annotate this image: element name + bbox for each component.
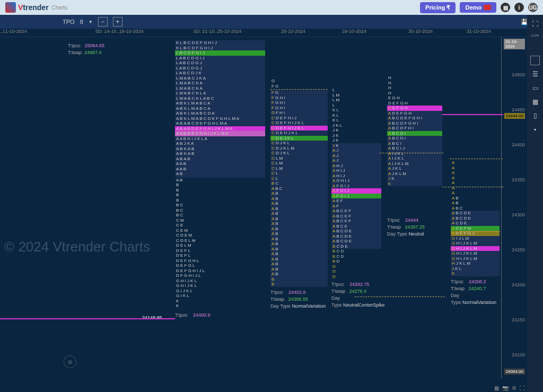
stat-val: NormalVariation [462, 300, 496, 305]
tpo-row: A I J K L [387, 156, 442, 161]
tpo-row: L M A B C J K A [175, 76, 265, 81]
tpo-row: L A B C D G J [175, 60, 265, 66]
bottom-toolbar: ▦ 📷 ⚙ ⛶ [494, 385, 525, 391]
fullscreen-icon[interactable]: ⛶ [530, 19, 540, 29]
stat-key: Day Type [270, 303, 291, 309]
tpo-row: A B [270, 191, 328, 196]
ylabel-bottom: 24064.00 [504, 369, 525, 374]
tpo-row: B [175, 188, 265, 193]
tpo-row: A B [451, 196, 500, 201]
hline-col5p [442, 114, 503, 115]
tpo-label: TPO [63, 19, 75, 25]
tpo-row: L M [331, 93, 381, 98]
grid-icon[interactable]: ▦ [530, 97, 540, 107]
stat-key: T:tpoc [68, 43, 81, 48]
pricing-button[interactable]: Pricing ₹ [420, 2, 456, 13]
tpo-row: A B K L M A B C A [175, 101, 265, 106]
tpo-row: A B C D F H I [387, 126, 442, 131]
tpo-row: C D E M [175, 233, 265, 238]
hline-col5y [442, 187, 503, 187]
stat-key: T:tpoc [451, 279, 463, 284]
demo-button[interactable]: Demo [460, 2, 496, 13]
tpo-row: C D J K L M [270, 146, 328, 151]
stat-key: Day Type [451, 293, 461, 305]
tpo-row: A B K A B [175, 151, 265, 156]
grid-icon[interactable]: ▦ [494, 385, 499, 391]
tpo-row: A B K L M A B C D E F G H L M A [175, 116, 265, 121]
tpo-row: G H I J K L M [451, 256, 500, 262]
tpo-row: B C D [331, 249, 381, 254]
stat-key: T:tpoc [270, 290, 283, 295]
tpo-row: B [175, 193, 265, 198]
tpo-row: C L [270, 171, 328, 176]
tpo-row: K [387, 181, 442, 187]
tpo-row: A B C D E [451, 211, 500, 216]
toolbar: TPO 8 ▼ − + 💾 🔖 [0, 15, 543, 29]
ytick: 24500 [512, 72, 525, 77]
tpo-value[interactable]: 8 [80, 19, 83, 25]
date-5: 30-10-2024 [408, 29, 433, 34]
date-1: 5D: 14-10..18-10-2024 [95, 29, 144, 34]
y-axis: 31-10-2024 24500 24450 24444.00 24400 24… [504, 37, 527, 379]
tpo-row: A A B [175, 161, 265, 167]
waterfall-icon[interactable]: ▭ [530, 83, 540, 93]
logo: Vtrender Charts [5, 2, 67, 13]
tpo-row: D [331, 264, 381, 269]
tpo-row: K L [331, 118, 381, 123]
grid2-icon[interactable]: ▪ [530, 125, 540, 134]
info-icon[interactable]: i [514, 3, 524, 12]
right-sidebar: ⛶ Live ☰ ▭ ▦ ▯ ▪ [527, 15, 543, 392]
tpo-row: A F [331, 204, 381, 209]
tpo-row: A B C E [331, 224, 381, 229]
menu-icon[interactable]: ▤ [501, 3, 510, 12]
tpo-row: K L B C D E F G H I J [175, 40, 265, 46]
screenshot-button[interactable]: ⊙ [64, 355, 76, 368]
stat-key: T:tpoc [387, 217, 400, 223]
tpo-row: A J [331, 148, 381, 153]
expand-icon[interactable]: ⛶ [520, 385, 525, 391]
user-avatar[interactable]: UG [528, 3, 538, 12]
tpo-row: A [451, 170, 500, 176]
tpo-row: A B [270, 206, 328, 212]
tpo-row: A B [175, 178, 265, 183]
tpo-row: D E F G H I J L [175, 268, 265, 274]
stat-key: T:twap [387, 224, 401, 230]
camera-icon[interactable]: 📷 [502, 385, 509, 391]
square-icon[interactable] [530, 56, 540, 65]
tpo-row: A B [270, 227, 328, 232]
tpo-row: A B [270, 231, 328, 237]
tpo-row: C L M [270, 156, 328, 161]
tpo-row: A H I J [331, 173, 381, 179]
tpo-row: L A B C D G I J [175, 56, 265, 61]
stat-key: Day Type [331, 295, 342, 308]
stat-val: 24400.9 [193, 312, 211, 318]
tpo-row: A A B H I J K L A [175, 136, 265, 142]
minus-button[interactable]: − [98, 17, 108, 27]
tpo-row: H [387, 91, 442, 96]
bars-icon[interactable]: ▯ [530, 111, 540, 120]
live-label: Live [531, 33, 539, 38]
stat-val: NeutralCenterSpike [343, 302, 385, 308]
hline-col6b [460, 231, 500, 232]
watermark: © 2024 Vtrender Charts [4, 239, 150, 255]
tpo-row: A J [331, 158, 381, 163]
tpo-row: A B [270, 237, 328, 242]
tpo-row: D E F G L [175, 263, 265, 268]
tpo-row: A B [270, 257, 328, 262]
tpo-row: A B [270, 267, 328, 272]
stat-key: Day Type [387, 231, 407, 237]
stat-key: T:twap [331, 289, 345, 294]
tpo-row: H J K L M [451, 261, 500, 266]
list-icon[interactable]: ☰ [530, 69, 540, 79]
tpo-row: A B C [270, 186, 328, 191]
tpo-row: A B A B [175, 156, 265, 162]
hline-col4a [380, 153, 443, 153]
plus-button[interactable]: + [113, 17, 122, 27]
tpo-row: A I J K L [387, 151, 442, 156]
settings-icon[interactable]: ⚙ [512, 385, 516, 391]
tpo-row: D E F L [175, 248, 265, 254]
tpo-row: A B [175, 171, 265, 177]
dropdown-icon[interactable]: ▼ [89, 20, 93, 24]
chart-area: © 2024 Vtrender Charts 24148.95 31-10-20… [0, 37, 543, 379]
tpo-row: C D E F H I J K L [270, 120, 328, 126]
